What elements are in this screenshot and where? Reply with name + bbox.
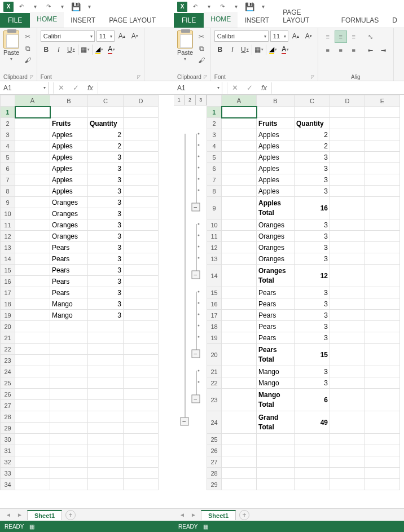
cell-A19[interactable]: [15, 310, 50, 321]
cell-E14[interactable]: [365, 265, 400, 287]
cell-A26[interactable]: [15, 389, 50, 400]
fx-cancel-button[interactable]: ✕: [54, 83, 68, 92]
cell-B6[interactable]: Apples: [50, 163, 88, 174]
outline-pane[interactable]: 123−−−−−: [174, 95, 207, 508]
sheet-tab-sheet1[interactable]: Sheet1: [27, 510, 62, 520]
cell-B30[interactable]: [50, 434, 88, 445]
row-header-9[interactable]: 9: [207, 197, 222, 219]
cell-B17[interactable]: Pears: [50, 287, 88, 298]
row-header-19[interactable]: 19: [207, 332, 222, 344]
cell-C8[interactable]: 3: [88, 186, 124, 197]
cell-D13[interactable]: [330, 253, 365, 265]
cell-B18[interactable]: Pears: [257, 321, 295, 332]
cell-B26[interactable]: [257, 445, 295, 456]
font-size-select[interactable]: 11: [96, 30, 115, 42]
cell-E24[interactable]: [365, 411, 400, 434]
cell-A3[interactable]: [222, 129, 257, 140]
cell-C25[interactable]: [295, 434, 330, 445]
cell-B10[interactable]: Oranges: [257, 219, 295, 231]
cell-D12[interactable]: [330, 242, 365, 253]
cell-D32[interactable]: [124, 456, 159, 468]
cell-E20[interactable]: [365, 344, 400, 366]
border-button[interactable]: ▦▾: [80, 44, 91, 55]
paste-button[interactable]: Paste ▾: [3, 30, 19, 61]
cell-B25[interactable]: [257, 434, 295, 445]
cell-D27[interactable]: [124, 400, 159, 411]
cell-A8[interactable]: [222, 186, 257, 197]
cell-A4[interactable]: [222, 140, 257, 152]
cell-B3[interactable]: Apples: [50, 129, 88, 140]
cell-E6[interactable]: [365, 163, 400, 174]
cell-C30[interactable]: [88, 434, 124, 445]
fill-color-button[interactable]: ◢▾: [267, 44, 279, 55]
row-header-21[interactable]: 21: [207, 366, 222, 377]
cell-C4[interactable]: 2: [88, 140, 124, 152]
cell-B1[interactable]: [50, 107, 88, 118]
cell-A8[interactable]: [15, 186, 50, 197]
cell-C19[interactable]: 3: [88, 310, 124, 321]
row-header-10[interactable]: 10: [1, 208, 15, 219]
row-header-7[interactable]: 7: [1, 174, 15, 186]
column-header-D[interactable]: D: [330, 95, 365, 107]
bold-button[interactable]: B: [214, 44, 226, 55]
cell-C32[interactable]: [88, 456, 124, 468]
row-header-10[interactable]: 10: [207, 219, 222, 231]
cell-B2[interactable]: Fruits: [257, 118, 295, 129]
cell-D6[interactable]: [124, 163, 159, 174]
cell-D28[interactable]: [330, 468, 365, 479]
row-header-3[interactable]: 3: [1, 129, 15, 140]
cell-D21[interactable]: [330, 366, 365, 377]
copy-button[interactable]: ⧉: [196, 43, 207, 54]
cell-D9[interactable]: [124, 197, 159, 208]
cell-B24[interactable]: GrandTotal: [257, 411, 295, 434]
cell-D34[interactable]: [124, 479, 159, 490]
cell-C11[interactable]: 3: [88, 219, 124, 231]
cell-D4[interactable]: [124, 140, 159, 152]
align-left-button[interactable]: ≡: [322, 44, 334, 56]
italic-button[interactable]: I: [53, 44, 64, 55]
cell-C7[interactable]: 3: [88, 174, 124, 186]
cell-A13[interactable]: [15, 242, 50, 253]
row-header-25[interactable]: 25: [1, 377, 15, 389]
cell-B14[interactable]: Pears: [50, 253, 88, 265]
row-header-33[interactable]: 33: [1, 468, 15, 479]
cell-C15[interactable]: 3: [88, 265, 124, 276]
cell-C31[interactable]: [88, 445, 124, 456]
cell-A18[interactable]: [15, 298, 50, 310]
row-header-31[interactable]: 31: [1, 445, 15, 456]
clipboard-launcher-icon[interactable]: ◸: [30, 74, 33, 80]
cell-A11[interactable]: [222, 231, 257, 242]
cell-A14[interactable]: [222, 265, 257, 287]
cell-C18[interactable]: 3: [88, 298, 124, 310]
sheet-nav-prev[interactable]: ◄: [5, 512, 12, 518]
cell-B32[interactable]: [50, 456, 88, 468]
cell-C24[interactable]: 49: [295, 411, 330, 434]
cell-C29[interactable]: [88, 423, 124, 434]
decrease-indent-button[interactable]: ⇤: [365, 44, 377, 56]
increase-font-button[interactable]: A▴: [116, 30, 128, 42]
cell-E16[interactable]: [365, 298, 400, 310]
cell-C24[interactable]: [88, 366, 124, 377]
cell-D7[interactable]: [124, 174, 159, 186]
fx-insert-function-button[interactable]: fx: [83, 83, 98, 92]
cell-E8[interactable]: [365, 186, 400, 197]
cell-C11[interactable]: 3: [295, 231, 330, 242]
outline-level-3[interactable]: 3: [196, 95, 207, 105]
row-header-28[interactable]: 28: [207, 468, 222, 479]
redo-dropdown-icon[interactable]: ▾: [230, 2, 241, 12]
cell-D25[interactable]: [124, 377, 159, 389]
row-header-23[interactable]: 23: [207, 389, 222, 411]
format-painter-button[interactable]: 🖌: [196, 55, 207, 65]
row-header-6[interactable]: 6: [207, 163, 222, 174]
select-all-cell[interactable]: [207, 95, 222, 107]
cell-E26[interactable]: [365, 445, 400, 456]
undo-dropdown-icon[interactable]: ▾: [203, 2, 214, 12]
cell-D17[interactable]: [124, 287, 159, 298]
row-header-23[interactable]: 23: [1, 355, 15, 366]
cell-A1[interactable]: [15, 107, 50, 118]
cell-D16[interactable]: [330, 298, 365, 310]
cell-A16[interactable]: [222, 298, 257, 310]
cell-D7[interactable]: [330, 174, 365, 186]
column-header-D[interactable]: D: [124, 95, 159, 107]
cell-A27[interactable]: [222, 456, 257, 468]
